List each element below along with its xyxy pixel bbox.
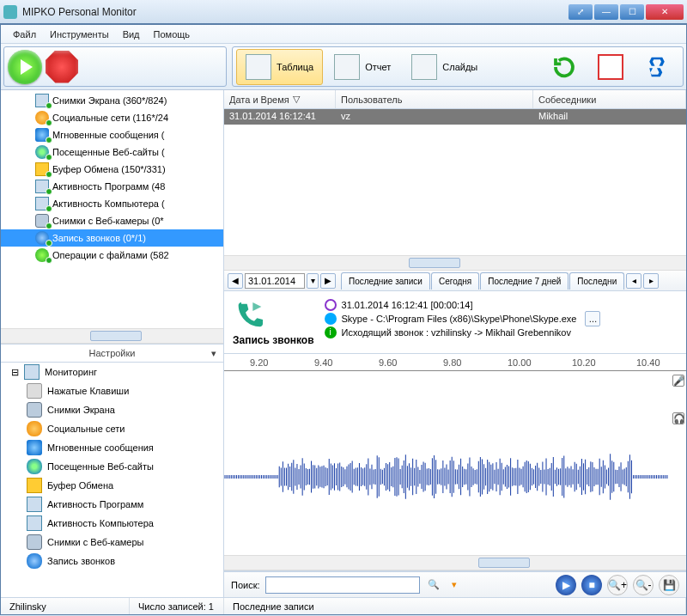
tree-item[interactable]: Мгновенные сообщения ( — [1, 126, 223, 143]
ruler-tick: 10.20 — [572, 357, 596, 368]
status-bar: Zhilinsky Число записей: 1 Последние зап… — [1, 597, 686, 614]
settings-item[interactable]: Снимки с Веб-камеры — [1, 533, 223, 552]
settings-item[interactable]: Социальные сети — [1, 419, 223, 438]
menu-file[interactable]: Файл — [6, 27, 43, 41]
settings-item[interactable]: Нажатые Клавиши — [1, 381, 223, 400]
tabs-scroll-right[interactable]: ▸ — [643, 273, 659, 289]
grid-scrollbar[interactable] — [224, 255, 686, 271]
col-user[interactable]: Пользователь — [336, 90, 533, 108]
tree-item-label: Активность Компьютера ( — [52, 198, 165, 209]
settings-item[interactable]: Посещенные Веб-сайты — [1, 457, 223, 476]
skype-icon — [325, 313, 337, 325]
filter-tab[interactable]: Сегодня — [431, 272, 479, 290]
window-minimize-button[interactable]: — — [594, 4, 618, 20]
detail-header: Запись звонков 31.01.2014 16:12:41 [00:0… — [224, 291, 686, 354]
start-monitoring-button[interactable] — [8, 50, 42, 84]
filter-tab[interactable]: Последни — [569, 272, 624, 290]
chevron-down-icon: ▾ — [211, 348, 216, 359]
settings-item[interactable]: Мгновенные сообщения — [1, 438, 223, 457]
window-extra-button[interactable]: ⤢ — [568, 4, 593, 20]
table-icon — [246, 54, 271, 80]
category-tree[interactable]: Снимки Экрана (360*/824)Социальные сети … — [1, 90, 223, 328]
tree-scrollbar[interactable] — [1, 328, 223, 344]
filter-icon[interactable]: ▾ — [447, 579, 461, 590]
search-input[interactable] — [265, 576, 420, 594]
settings-item-label: Запись звонков — [47, 556, 115, 566]
ruler-tick: 9.20 — [250, 357, 268, 368]
tree-item[interactable]: Посещенные Веб-сайты ( — [1, 143, 223, 161]
detail-app: Skype - C:\Program Files (x86)\Skype\Pho… — [342, 314, 577, 324]
tree-item[interactable]: Активность Программ (48 — [1, 178, 223, 195]
settings-item[interactable]: Снимки Экрана — [1, 400, 223, 419]
settings-item-label: Нажатые Клавиши — [47, 386, 129, 396]
refresh-icon — [551, 54, 577, 80]
tree-item[interactable]: Социальные сети (116*/24 — [1, 109, 223, 126]
settings-item-label: Активность Программ — [47, 499, 143, 509]
zoom-out-button[interactable]: 🔍- — [633, 575, 654, 595]
col-datetime[interactable]: Дата и Время ▽ — [224, 90, 336, 108]
date-dropdown-button[interactable]: ▾ — [307, 273, 319, 289]
menu-tools[interactable]: Инструменты — [43, 27, 116, 41]
status-badge-icon — [46, 154, 52, 161]
stop-button[interactable]: ■ — [581, 575, 602, 595]
settings-item[interactable]: Запись звонков — [1, 552, 223, 570]
window-close-button[interactable]: ✕ — [646, 4, 684, 20]
date-prev-button[interactable]: ◀ — [228, 273, 243, 289]
date-input[interactable] — [245, 273, 305, 289]
view-table-button[interactable]: Таблица — [236, 49, 323, 85]
settings-item-icon — [27, 515, 42, 531]
status-badge-icon — [46, 137, 52, 143]
stop-monitoring-button[interactable] — [46, 51, 78, 83]
monitoring-icon — [24, 364, 40, 380]
window-maximize-button[interactable]: ☐ — [620, 4, 644, 20]
zoom-in-button[interactable]: 🔍+ — [607, 575, 628, 595]
tabs-scroll-left[interactable]: ◂ — [626, 273, 641, 289]
settings-item-label: Снимки Экрана — [47, 405, 115, 415]
tree-item[interactable]: Активность Компьютера ( — [1, 195, 223, 212]
play-button[interactable]: ▶ — [556, 575, 576, 595]
filter-tab[interactable]: Последние записи — [341, 272, 430, 290]
calendar-button[interactable] — [588, 49, 633, 85]
settings-header[interactable]: Настройки ▾ — [1, 344, 223, 363]
time-ruler: 9.209.409.609.8010.0010.2010.40 — [224, 354, 686, 371]
ruler-tick: 9.40 — [314, 357, 332, 368]
ruler-tick: 10.40 — [636, 357, 660, 368]
recycle-button[interactable] — [635, 49, 679, 85]
tree-item-label: Посещенные Веб-сайты ( — [52, 147, 165, 157]
grid-row[interactable]: 31.01.2014 16:12:41vzMikhail — [224, 109, 686, 125]
settings-tree[interactable]: ⊟ Мониторинг Нажатые КлавишиСнимки Экран… — [1, 363, 223, 597]
window-title: MIPKO Personal Monitor — [22, 6, 568, 18]
app-more-button[interactable]: … — [585, 311, 600, 326]
view-slides-button[interactable]: Слайды — [402, 49, 487, 85]
recycle-icon — [644, 54, 670, 80]
tree-item[interactable]: Снимки Экрана (360*/824) — [1, 92, 223, 109]
detail-title: Запись звонков — [233, 334, 314, 346]
refresh-button[interactable] — [542, 49, 587, 85]
grid-body[interactable]: 31.01.2014 16:12:41vzMikhail — [224, 109, 686, 255]
filter-tab[interactable]: Последние 7 дней — [480, 272, 568, 290]
tree-item[interactable]: Операции с файлами (582 — [1, 247, 223, 264]
menu-help[interactable]: Помощь — [147, 27, 198, 41]
settings-item[interactable]: Активность Программ — [1, 495, 223, 514]
settings-root[interactable]: ⊟ Мониторинг — [1, 363, 223, 381]
view-report-button[interactable]: Отчет — [325, 49, 400, 85]
view-report-label: Отчет — [365, 62, 391, 72]
settings-item[interactable]: Буфер Обмена — [1, 476, 223, 495]
tree-item[interactable]: Снимки с Веб-камеры (0* — [1, 212, 223, 229]
search-icon[interactable]: 🔍 — [425, 579, 442, 590]
waveform-area[interactable]: 🎤 🎧 — [224, 371, 686, 571]
save-button[interactable]: 💾 — [659, 575, 679, 595]
cell-datetime: 31.01.2014 16:12:41 — [224, 109, 336, 125]
search-label: Поиск: — [231, 580, 260, 590]
col-peers[interactable]: Собеседники — [533, 90, 686, 108]
settings-item-icon — [27, 402, 42, 418]
tree-item[interactable]: Запись звонков (0*/1) — [1, 229, 223, 247]
menu-view[interactable]: Вид — [116, 27, 147, 41]
wave-scrollbar[interactable] — [224, 555, 686, 570]
tree-item-label: Мгновенные сообщения ( — [52, 130, 165, 140]
mic-track-icon[interactable]: 🎤 — [672, 375, 684, 387]
speaker-track-icon[interactable]: 🎧 — [672, 412, 684, 424]
date-next-button[interactable]: ▶ — [320, 273, 336, 289]
settings-item[interactable]: Активность Компьютера — [1, 514, 223, 533]
tree-item[interactable]: Буфер Обмена (150*/331) — [1, 161, 223, 178]
